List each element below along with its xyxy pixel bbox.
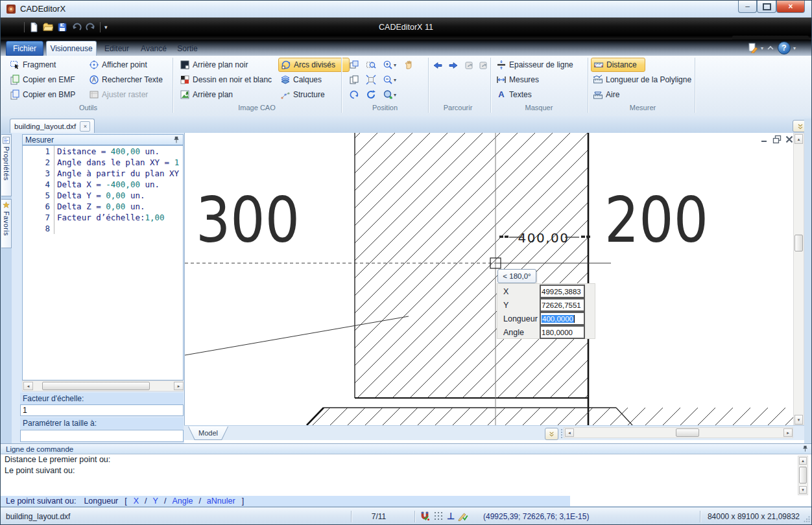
document-close-icon[interactable]: ×: [80, 121, 90, 132]
splitter-handle[interactable]: [560, 429, 563, 438]
scroll-up-arrow[interactable]: ▴: [799, 457, 807, 465]
zoom-in-button[interactable]: ▾: [383, 58, 397, 71]
pin-icon[interactable]: [173, 135, 180, 145]
option-y[interactable]: Y: [153, 496, 158, 506]
mdi-restore-icon[interactable]: [772, 134, 782, 143]
sidebar-tab-favoris[interactable]: Favoris: [1, 199, 12, 248]
navigate-back-button[interactable]: [433, 59, 447, 72]
ribbon-item-mesures[interactable]: Mesures: [496, 73, 539, 86]
style-dropdown-icon[interactable]: ▾: [761, 45, 763, 51]
model-tab[interactable]: Model: [188, 426, 228, 440]
tab-editeur[interactable]: Editeur: [101, 41, 132, 56]
ribbon-item-epaisseur[interactable]: Epaisseur de ligne: [496, 58, 573, 71]
scroll-down-arrow[interactable]: ▾: [799, 486, 807, 494]
mdi-minimize-icon[interactable]: [759, 134, 769, 143]
scale-factor-input[interactable]: [20, 404, 184, 416]
ribbon-item-dessin-nb[interactable]: Dessin en noir et blanc: [180, 73, 272, 86]
minimize-button[interactable]: –: [738, 1, 757, 13]
scroll-thumb[interactable]: [794, 235, 803, 251]
sidebar-tab-proprietes[interactable]: Propriétés: [1, 134, 12, 196]
ribbon-item-calques[interactable]: Calques: [280, 73, 322, 86]
help-dropdown-icon[interactable]: ▾: [793, 45, 796, 51]
tab-sortie[interactable]: Sortie: [173, 41, 202, 56]
command-vscrollbar[interactable]: ▴ ▾: [798, 456, 808, 495]
close-button[interactable]: ×: [776, 1, 805, 13]
canvas-vscrollbar[interactable]: ▴ ▾: [793, 133, 804, 425]
scroll-left-arrow[interactable]: ◂: [23, 382, 33, 390]
angle-field[interactable]: [540, 325, 585, 339]
qat-customize-chevron-icon[interactable]: ▾: [104, 24, 108, 30]
scroll-left-arrow[interactable]: ◂: [565, 428, 574, 437]
maximize-button[interactable]: [757, 1, 776, 13]
help-icon[interactable]: ?: [778, 41, 791, 54]
y-field[interactable]: [540, 298, 585, 312]
collapse-ribbon-icon[interactable]: [765, 43, 776, 53]
previous-view-button[interactable]: [464, 59, 478, 72]
ribbon-item-afficher-point[interactable]: Afficher point: [89, 58, 147, 71]
scroll-down-arrow[interactable]: ▾: [794, 415, 803, 425]
snap-toggle-icon[interactable]: [420, 511, 430, 521]
length-field[interactable]: 400,0000: [540, 312, 585, 325]
ribbon-item-arriere-plan[interactable]: Arrière plan: [180, 88, 233, 101]
document-tab[interactable]: building_layout.dxf ×: [10, 119, 95, 134]
command-panel-header[interactable]: Ligne de commande: [1, 443, 812, 454]
set-size-input[interactable]: [20, 430, 184, 442]
drawing-canvas[interactable]: 300 200 400,00: [184, 133, 793, 425]
zoom-window-button[interactable]: [366, 58, 380, 71]
option-x[interactable]: X: [134, 496, 139, 506]
rotate-view-button[interactable]: [349, 88, 363, 101]
scroll-thumb[interactable]: [676, 428, 699, 437]
undo-icon[interactable]: [71, 22, 82, 32]
refresh-view-button[interactable]: [366, 88, 380, 101]
measure-results-editor[interactable]: 1Distance = 400,00 un.2Angle dans le pla…: [22, 145, 184, 380]
ribbon-item-copier-emf[interactable]: Copier en EMF: [10, 73, 75, 86]
pin-icon[interactable]: [802, 445, 809, 453]
ribbon-item-textes[interactable]: A Textes: [496, 88, 532, 101]
fit-view-button[interactable]: [349, 58, 363, 71]
ribbon-item-aire[interactable]: Aire: [593, 88, 619, 101]
ribbon-item-rechercher-texte[interactable]: Rechercher Texte: [89, 73, 163, 86]
grid-toggle-icon[interactable]: [433, 511, 444, 521]
resize-grip-icon[interactable]: [802, 515, 811, 524]
ribbon-item-arcs-divises[interactable]: Arcs divisés: [278, 58, 350, 72]
save-icon[interactable]: [57, 22, 67, 32]
option-angle[interactable]: Angle: [172, 496, 193, 506]
scroll-right-arrow[interactable]: ▸: [783, 428, 793, 437]
layout-overflow-chevron[interactable]: [545, 428, 558, 440]
ortho-toggle-icon[interactable]: ⊥: [447, 511, 455, 521]
open-file-icon[interactable]: [43, 22, 53, 32]
draw-mode-icon[interactable]: [458, 511, 468, 521]
tab-avance[interactable]: Avancé: [137, 41, 170, 56]
command-prompt[interactable]: Le point suivant ou: Longueur [ X / Y / …: [1, 496, 570, 506]
zoom-extents-button[interactable]: [366, 73, 380, 86]
tab-fichier[interactable]: Fichier: [6, 41, 43, 56]
command-input-row[interactable]: Le point suivant ou: Longueur [ X / Y / …: [1, 496, 812, 507]
scroll-thumb[interactable]: [799, 467, 807, 484]
new-document-icon[interactable]: [29, 22, 39, 32]
ribbon-item-arriere-plan-noir[interactable]: Arrière plan noir: [180, 58, 248, 71]
zoom-out-button[interactable]: ▾: [383, 73, 397, 86]
scroll-right-arrow[interactable]: ▸: [174, 382, 184, 390]
ribbon-item-fragment[interactable]: Fragment: [10, 58, 56, 71]
ribbon-item-copier-bmp[interactable]: Copier en BMP: [10, 88, 75, 101]
x-field[interactable]: [540, 285, 585, 298]
mdi-close-icon[interactable]: [784, 134, 794, 143]
measure-hscrollbar[interactable]: ◂ ▸: [22, 380, 184, 391]
redo-icon[interactable]: [86, 22, 96, 32]
tab-visionneuse[interactable]: Visionneuse: [46, 41, 97, 56]
ribbon-item-structure[interactable]: Structure: [280, 88, 325, 101]
option-annuler[interactable]: aNnuler: [207, 496, 235, 506]
ribbon-item-distance[interactable]: Distance: [591, 58, 645, 72]
scroll-thumb[interactable]: [42, 382, 150, 390]
zoom-selection-button[interactable]: ▾: [383, 88, 397, 101]
command-history[interactable]: Distance Le premier point ou: Le point s…: [1, 454, 812, 496]
style-editor-icon[interactable]: [748, 43, 758, 53]
navigate-forward-button[interactable]: [448, 59, 462, 72]
scroll-up-arrow[interactable]: ▴: [794, 134, 803, 144]
ribbon-item-ajuster-raster[interactable]: Ajuster raster: [89, 88, 148, 101]
canvas-hscrollbar[interactable]: ◂ ▸: [564, 427, 793, 438]
pan-button[interactable]: [403, 58, 418, 71]
copy-view-button[interactable]: [349, 73, 363, 86]
measure-panel-header[interactable]: Mesurer: [22, 134, 184, 145]
ribbon-item-longueur-polyligne[interactable]: Longueur de la Polyligne: [593, 73, 691, 86]
